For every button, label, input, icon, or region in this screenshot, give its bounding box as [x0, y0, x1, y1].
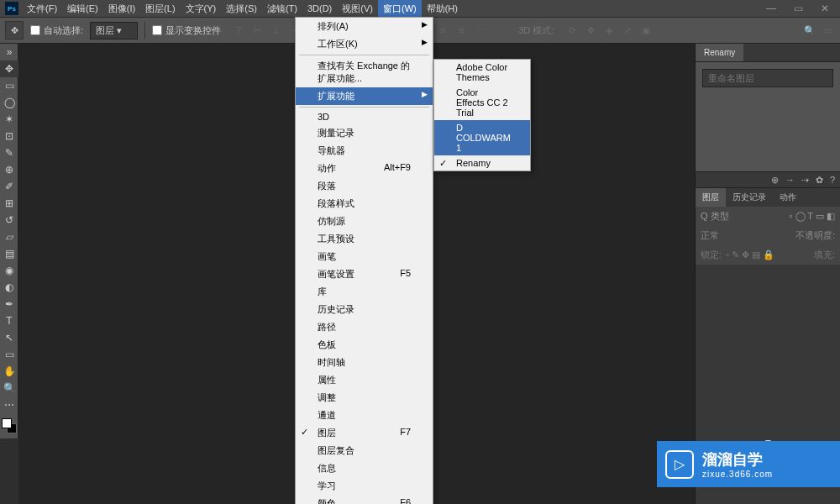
- move-tool[interactable]: ✥: [0, 60, 18, 77]
- submenu-item[interactable]: Color Effects CC 2 Trial: [434, 85, 530, 120]
- blur-tool[interactable]: ◉: [0, 262, 18, 279]
- menu-file[interactable]: 文件(F): [22, 0, 62, 17]
- menu-type[interactable]: 文字(Y): [181, 0, 222, 17]
- menu-window[interactable]: 窗口(W): [378, 0, 422, 17]
- distribute-icon[interactable]: ≡: [454, 24, 468, 37]
- menu-item[interactable]: 动作Alt+F9: [296, 160, 433, 177]
- zoom-tool[interactable]: 🔍: [0, 380, 18, 396]
- menu-item[interactable]: 段落样式: [296, 195, 433, 213]
- menu-item[interactable]: 通道: [296, 407, 433, 424]
- help-icon[interactable]: ?: [830, 175, 835, 185]
- shape-tool[interactable]: ▭: [0, 346, 18, 363]
- history-brush-tool[interactable]: ↺: [0, 212, 18, 228]
- menu-view[interactable]: 视图(V): [337, 0, 378, 17]
- extensions-submenu: Adobe Color ThemesColor Effects CC 2 Tri…: [433, 59, 531, 171]
- menu-item[interactable]: 扩展功能▶: [296, 87, 433, 105]
- menu-item[interactable]: 路径: [296, 318, 433, 336]
- tab-history[interactable]: 历史记录: [726, 188, 773, 207]
- panel-strip: ⊕ → ⇢ ✿ ?: [696, 171, 840, 188]
- submenu-item[interactable]: D COLDWARM 1: [434, 120, 530, 155]
- menu-item[interactable]: 图层F7✓: [296, 424, 433, 442]
- align-bottom-icon[interactable]: ⊥: [270, 24, 283, 37]
- orbit-icon[interactable]: ⟳: [565, 24, 579, 37]
- tab-actions[interactable]: 动作: [773, 188, 803, 207]
- menu-image[interactable]: 图像(I): [103, 0, 140, 17]
- collapse-icon[interactable]: »: [0, 44, 18, 60]
- window-minimize-icon[interactable]: —: [758, 0, 785, 17]
- move-tool-icon[interactable]: ✥: [5, 21, 24, 39]
- menu-item[interactable]: 导航器: [296, 142, 433, 160]
- auto-select-checkbox[interactable]: 自动选择:: [30, 24, 83, 37]
- distribute-icon[interactable]: ≡: [436, 24, 449, 37]
- menu-item[interactable]: 调整: [296, 389, 433, 407]
- color-swatches[interactable]: [2, 418, 17, 433]
- menu-item[interactable]: 段落: [296, 177, 433, 195]
- tab-layers[interactable]: 图层: [696, 188, 726, 207]
- heal-tool[interactable]: ⊕: [0, 161, 18, 178]
- locate-icon[interactable]: ⊕: [771, 175, 779, 186]
- menu-3d[interactable]: 3D(D): [302, 0, 337, 17]
- eraser-tool[interactable]: ▱: [0, 228, 18, 245]
- menu-item[interactable]: 属性: [296, 371, 433, 389]
- crop-tool[interactable]: ⊡: [0, 128, 18, 144]
- gear-icon[interactable]: ✿: [816, 175, 823, 186]
- menu-item[interactable]: 颜色F6: [296, 495, 433, 504]
- menu-item[interactable]: 工具预设: [296, 230, 433, 248]
- submenu-item[interactable]: Adobe Color Themes: [434, 60, 530, 85]
- auto-select-target[interactable]: 图层 ▾: [90, 22, 138, 39]
- menu-item[interactable]: 仿制源: [296, 213, 433, 230]
- slide-icon[interactable]: ◈: [602, 24, 616, 37]
- marquee-tool[interactable]: ▭: [0, 77, 18, 94]
- arrow-icon[interactable]: →: [785, 175, 795, 185]
- wand-tool[interactable]: ✶: [0, 111, 18, 128]
- menu-item[interactable]: 3D: [296, 109, 433, 124]
- menu-item[interactable]: 测量记录: [296, 124, 433, 142]
- gradient-tool[interactable]: ▤: [0, 245, 18, 262]
- camera-icon[interactable]: ▣: [639, 24, 653, 37]
- eyedropper-tool[interactable]: ✎: [0, 144, 18, 161]
- menu-select[interactable]: 选择(S): [221, 0, 262, 17]
- menu-item[interactable]: 图层复合: [296, 442, 433, 459]
- watermark: ▷ 溜溜自学 zixue.3d66.com: [657, 441, 840, 487]
- menu-help[interactable]: 帮助(H): [422, 0, 463, 17]
- more-icon[interactable]: ⋯: [473, 24, 486, 37]
- lock-icons[interactable]: ▫ ✎ ✥ ▤ 🔒: [726, 249, 774, 260]
- menu-item[interactable]: 色板: [296, 336, 433, 354]
- menu-edit[interactable]: 编辑(E): [62, 0, 103, 17]
- menu-item[interactable]: 学习: [296, 477, 433, 495]
- brush-tool[interactable]: ✐: [0, 178, 18, 195]
- menu-item[interactable]: 画笔设置F5: [296, 265, 433, 283]
- pan-icon[interactable]: ✥: [584, 24, 597, 37]
- window-restore-icon[interactable]: ▭: [785, 0, 811, 17]
- menu-item[interactable]: 工作区(K)▶: [296, 35, 433, 53]
- scale3d-icon[interactable]: ⤢: [621, 24, 634, 37]
- menu-item[interactable]: 库: [296, 283, 433, 301]
- edit-toolbar-icon[interactable]: ⋯: [0, 396, 18, 413]
- path-tool[interactable]: ↖: [0, 329, 18, 346]
- hand-tool[interactable]: ✋: [0, 363, 18, 380]
- arrow2-icon[interactable]: ⇢: [801, 175, 809, 186]
- renamy-input[interactable]: [702, 69, 833, 87]
- menu-item[interactable]: 历史记录: [296, 301, 433, 318]
- menu-layer[interactable]: 图层(L): [140, 0, 180, 17]
- pen-tool[interactable]: ✒: [0, 296, 18, 312]
- menu-item[interactable]: 查找有关 Exchange 的扩展功能...: [296, 57, 433, 87]
- search-icon[interactable]: 🔍: [803, 24, 816, 37]
- show-transform-checkbox[interactable]: 显示变换控件: [152, 24, 221, 37]
- menu-item[interactable]: 画笔: [296, 248, 433, 265]
- menu-item[interactable]: 时间轴: [296, 354, 433, 371]
- menu-item[interactable]: 信息: [296, 459, 433, 477]
- type-tool[interactable]: T: [0, 312, 18, 329]
- menu-filter[interactable]: 滤镜(T): [262, 0, 302, 17]
- align-middle-icon[interactable]: ⊢: [251, 24, 265, 37]
- workspace-icon[interactable]: ▭: [822, 24, 835, 37]
- tab-renamy[interactable]: Renamy: [696, 44, 743, 61]
- stamp-tool[interactable]: ⊞: [0, 195, 18, 212]
- menu-item[interactable]: 排列(A)▶: [296, 18, 433, 35]
- lasso-tool[interactable]: ◯: [0, 94, 18, 111]
- window-close-icon[interactable]: ✕: [811, 0, 838, 17]
- blend-mode-select[interactable]: 正常: [701, 229, 719, 242]
- submenu-item[interactable]: Renamy✓: [434, 155, 530, 171]
- align-top-icon[interactable]: ⊤: [233, 24, 246, 37]
- dodge-tool[interactable]: ◐: [0, 279, 18, 296]
